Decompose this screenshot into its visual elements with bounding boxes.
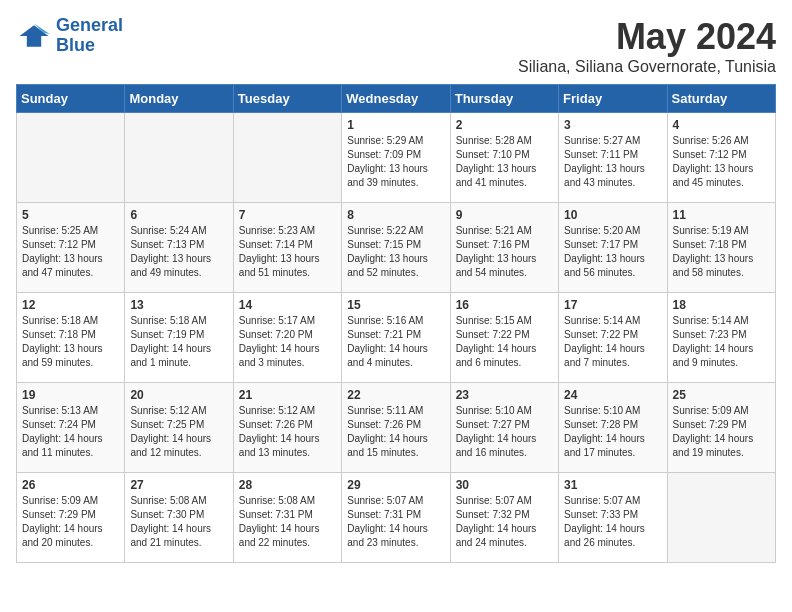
day-info: Sunrise: 5:24 AM Sunset: 7:13 PM Dayligh… [130,224,227,280]
day-info: Sunrise: 5:08 AM Sunset: 7:31 PM Dayligh… [239,494,336,550]
header: General Blue May 2024 Siliana, Siliana G… [16,16,776,76]
header-sunday: Sunday [17,85,125,113]
day-info: Sunrise: 5:23 AM Sunset: 7:14 PM Dayligh… [239,224,336,280]
header-saturday: Saturday [667,85,775,113]
calendar-cell: 13Sunrise: 5:18 AM Sunset: 7:19 PM Dayli… [125,293,233,383]
day-info: Sunrise: 5:21 AM Sunset: 7:16 PM Dayligh… [456,224,553,280]
day-number: 31 [564,478,661,492]
day-info: Sunrise: 5:20 AM Sunset: 7:17 PM Dayligh… [564,224,661,280]
day-number: 1 [347,118,444,132]
logo: General Blue [16,16,123,56]
day-number: 7 [239,208,336,222]
day-info: Sunrise: 5:14 AM Sunset: 7:23 PM Dayligh… [673,314,770,370]
day-number: 30 [456,478,553,492]
day-info: Sunrise: 5:10 AM Sunset: 7:27 PM Dayligh… [456,404,553,460]
calendar-cell: 22Sunrise: 5:11 AM Sunset: 7:26 PM Dayli… [342,383,450,473]
header-monday: Monday [125,85,233,113]
day-number: 20 [130,388,227,402]
day-number: 15 [347,298,444,312]
calendar-cell: 4Sunrise: 5:26 AM Sunset: 7:12 PM Daylig… [667,113,775,203]
day-number: 12 [22,298,119,312]
week-row-3: 12Sunrise: 5:18 AM Sunset: 7:18 PM Dayli… [17,293,776,383]
day-info: Sunrise: 5:09 AM Sunset: 7:29 PM Dayligh… [673,404,770,460]
logo-text: General Blue [56,16,123,56]
day-info: Sunrise: 5:09 AM Sunset: 7:29 PM Dayligh… [22,494,119,550]
calendar-cell: 20Sunrise: 5:12 AM Sunset: 7:25 PM Dayli… [125,383,233,473]
calendar-cell: 12Sunrise: 5:18 AM Sunset: 7:18 PM Dayli… [17,293,125,383]
day-info: Sunrise: 5:12 AM Sunset: 7:25 PM Dayligh… [130,404,227,460]
calendar-cell: 6Sunrise: 5:24 AM Sunset: 7:13 PM Daylig… [125,203,233,293]
title-area: May 2024 Siliana, Siliana Governorate, T… [518,16,776,76]
calendar-subtitle: Siliana, Siliana Governorate, Tunisia [518,58,776,76]
calendar-cell: 26Sunrise: 5:09 AM Sunset: 7:29 PM Dayli… [17,473,125,563]
calendar-cell [667,473,775,563]
calendar-cell: 28Sunrise: 5:08 AM Sunset: 7:31 PM Dayli… [233,473,341,563]
calendar-cell: 7Sunrise: 5:23 AM Sunset: 7:14 PM Daylig… [233,203,341,293]
day-info: Sunrise: 5:08 AM Sunset: 7:30 PM Dayligh… [130,494,227,550]
header-tuesday: Tuesday [233,85,341,113]
calendar-cell: 31Sunrise: 5:07 AM Sunset: 7:33 PM Dayli… [559,473,667,563]
calendar-cell: 5Sunrise: 5:25 AM Sunset: 7:12 PM Daylig… [17,203,125,293]
day-number: 29 [347,478,444,492]
week-row-1: 1Sunrise: 5:29 AM Sunset: 7:09 PM Daylig… [17,113,776,203]
calendar-cell: 18Sunrise: 5:14 AM Sunset: 7:23 PM Dayli… [667,293,775,383]
day-info: Sunrise: 5:11 AM Sunset: 7:26 PM Dayligh… [347,404,444,460]
day-number: 18 [673,298,770,312]
calendar-cell: 16Sunrise: 5:15 AM Sunset: 7:22 PM Dayli… [450,293,558,383]
day-info: Sunrise: 5:18 AM Sunset: 7:18 PM Dayligh… [22,314,119,370]
calendar-cell: 23Sunrise: 5:10 AM Sunset: 7:27 PM Dayli… [450,383,558,473]
day-number: 19 [22,388,119,402]
day-info: Sunrise: 5:10 AM Sunset: 7:28 PM Dayligh… [564,404,661,460]
calendar-header-row: SundayMondayTuesdayWednesdayThursdayFrid… [17,85,776,113]
day-number: 11 [673,208,770,222]
day-number: 5 [22,208,119,222]
calendar-cell: 29Sunrise: 5:07 AM Sunset: 7:31 PM Dayli… [342,473,450,563]
calendar-table: SundayMondayTuesdayWednesdayThursdayFrid… [16,84,776,563]
calendar-cell: 15Sunrise: 5:16 AM Sunset: 7:21 PM Dayli… [342,293,450,383]
logo-icon [16,18,52,54]
calendar-cell: 10Sunrise: 5:20 AM Sunset: 7:17 PM Dayli… [559,203,667,293]
calendar-cell [17,113,125,203]
day-number: 4 [673,118,770,132]
day-info: Sunrise: 5:29 AM Sunset: 7:09 PM Dayligh… [347,134,444,190]
day-number: 22 [347,388,444,402]
day-number: 16 [456,298,553,312]
header-friday: Friday [559,85,667,113]
calendar-cell: 17Sunrise: 5:14 AM Sunset: 7:22 PM Dayli… [559,293,667,383]
day-number: 14 [239,298,336,312]
day-info: Sunrise: 5:07 AM Sunset: 7:33 PM Dayligh… [564,494,661,550]
calendar-cell [233,113,341,203]
calendar-cell: 24Sunrise: 5:10 AM Sunset: 7:28 PM Dayli… [559,383,667,473]
day-number: 21 [239,388,336,402]
calendar-cell [125,113,233,203]
svg-marker-0 [20,25,49,47]
day-info: Sunrise: 5:16 AM Sunset: 7:21 PM Dayligh… [347,314,444,370]
calendar-cell: 30Sunrise: 5:07 AM Sunset: 7:32 PM Dayli… [450,473,558,563]
day-number: 2 [456,118,553,132]
day-info: Sunrise: 5:07 AM Sunset: 7:32 PM Dayligh… [456,494,553,550]
day-info: Sunrise: 5:07 AM Sunset: 7:31 PM Dayligh… [347,494,444,550]
day-number: 17 [564,298,661,312]
calendar-cell: 1Sunrise: 5:29 AM Sunset: 7:09 PM Daylig… [342,113,450,203]
day-info: Sunrise: 5:18 AM Sunset: 7:19 PM Dayligh… [130,314,227,370]
header-wednesday: Wednesday [342,85,450,113]
calendar-cell: 27Sunrise: 5:08 AM Sunset: 7:30 PM Dayli… [125,473,233,563]
day-number: 8 [347,208,444,222]
day-number: 25 [673,388,770,402]
calendar-cell: 11Sunrise: 5:19 AM Sunset: 7:18 PM Dayli… [667,203,775,293]
day-info: Sunrise: 5:15 AM Sunset: 7:22 PM Dayligh… [456,314,553,370]
day-number: 23 [456,388,553,402]
day-info: Sunrise: 5:12 AM Sunset: 7:26 PM Dayligh… [239,404,336,460]
header-thursday: Thursday [450,85,558,113]
week-row-5: 26Sunrise: 5:09 AM Sunset: 7:29 PM Dayli… [17,473,776,563]
day-number: 10 [564,208,661,222]
day-number: 28 [239,478,336,492]
calendar-cell: 14Sunrise: 5:17 AM Sunset: 7:20 PM Dayli… [233,293,341,383]
calendar-cell: 8Sunrise: 5:22 AM Sunset: 7:15 PM Daylig… [342,203,450,293]
week-row-4: 19Sunrise: 5:13 AM Sunset: 7:24 PM Dayli… [17,383,776,473]
day-number: 27 [130,478,227,492]
day-info: Sunrise: 5:22 AM Sunset: 7:15 PM Dayligh… [347,224,444,280]
day-info: Sunrise: 5:13 AM Sunset: 7:24 PM Dayligh… [22,404,119,460]
calendar-title: May 2024 [518,16,776,58]
day-info: Sunrise: 5:25 AM Sunset: 7:12 PM Dayligh… [22,224,119,280]
